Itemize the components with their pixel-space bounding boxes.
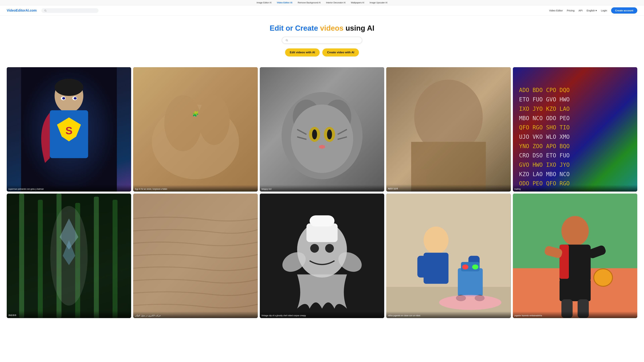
topbar-link-remove-bg[interactable]: Remove Background AI (298, 1, 321, 4)
svg-rect-58 (310, 215, 334, 227)
hero-search-input[interactable] (290, 39, 358, 42)
svg-point-13 (74, 97, 77, 99)
video-editor-nav-link[interactable]: Video Editor (549, 9, 563, 12)
edit-videos-button[interactable]: Edit videos with AI (285, 48, 320, 56)
svg-point-16 (198, 95, 230, 145)
svg-point-62 (325, 244, 334, 253)
nav-search-input[interactable] (48, 9, 96, 12)
video-label: superman peleando con goku y batman (7, 185, 131, 192)
svg-point-23 (312, 129, 317, 139)
hero-search-wrap (282, 37, 362, 44)
svg-rect-69 (458, 268, 483, 296)
hero-buttons: Edit videos with AI Create video with AI (3, 48, 641, 56)
svg-point-2 (286, 39, 288, 41)
svg-point-71 (462, 265, 468, 270)
video-card[interactable]: jogador fazendo embaixadinha (513, 194, 637, 318)
video-label: 梅西打篮球 (386, 184, 511, 192)
svg-text:CRO DSO ETO FUO: CRO DSO ETO FUO (519, 152, 570, 159)
svg-text:ADO BDO CPO DQO: ADO BDO CPO DQO (519, 87, 570, 93)
video-card[interactable]: 神経画布 (7, 194, 131, 318)
svg-point-72 (472, 265, 478, 270)
nav-links: Video Editor Pricing API English ▾ Login… (549, 7, 637, 13)
svg-rect-50 (112, 200, 118, 318)
svg-point-6 (55, 79, 83, 96)
video-card[interactable]: Vintage clip of a ghostly chef rotted co… (260, 194, 384, 318)
chevron-down-icon: ▾ (596, 9, 597, 12)
video-card[interactable]: 🧩 Egy ló fut az utcán, kutyával a hátán (133, 67, 258, 192)
svg-rect-31 (411, 142, 486, 192)
svg-text:MBO NCO ODO PEO: MBO NCO ODO PEO (519, 115, 570, 121)
svg-line-3 (287, 41, 288, 41)
video-label: Egy ló fut az utcán, kutyával a hátán (133, 185, 258, 192)
rubik-icon: 🧩 (192, 111, 199, 117)
api-nav-link[interactable]: API (578, 9, 582, 12)
site-logo[interactable]: VideoEditorAI.com (7, 8, 37, 12)
video-label: latający kot (260, 185, 384, 192)
topbar-link-upscaler[interactable]: Image Upscaler AI (370, 1, 388, 4)
svg-point-61 (310, 244, 319, 253)
create-account-button[interactable]: Create account (611, 7, 637, 13)
video-card[interactable]: ADO BDO CPO DQO ETO FUO GVO HWO IXO JYO … (513, 67, 637, 192)
video-card[interactable]: S superman peleando con goku y batman (7, 67, 131, 192)
video-label: niños jugando en clase con un robot (386, 311, 511, 318)
svg-rect-67 (418, 256, 429, 278)
svg-text:IXO JYO KZO LAO: IXO JYO KZO LAO (519, 106, 570, 112)
svg-text:GVO HWO IXO JYO: GVO HWO IXO JYO (519, 162, 570, 168)
language-label: English (587, 9, 595, 12)
create-video-button[interactable]: Create video with AI (322, 48, 359, 56)
svg-text:KZO LAO MBO NCO: KZO LAO MBO NCO (519, 171, 570, 177)
svg-point-12 (62, 97, 65, 99)
svg-point-78 (561, 216, 589, 246)
nav-search-wrap (42, 8, 98, 13)
svg-rect-81 (560, 279, 591, 301)
topbar-link-video-editor[interactable]: Video Editor AI (277, 1, 292, 4)
svg-rect-45 (19, 194, 24, 318)
language-selector[interactable]: English ▾ (587, 9, 597, 12)
hero-search-icon (286, 39, 288, 41)
svg-point-20 (291, 105, 353, 173)
topbar-link-interior[interactable]: Interior Decorator AI (326, 1, 346, 4)
svg-text:S: S (66, 125, 72, 136)
hero-section: Edit or Create videos using AI Edit vide… (0, 16, 644, 67)
svg-text:ETO FUO GVO HWO: ETO FUO GVO HWO (519, 96, 570, 103)
login-link[interactable]: Login (601, 9, 607, 12)
svg-text:UJO VKO WLO XMO: UJO VKO WLO XMO (519, 134, 570, 140)
svg-point-25 (319, 145, 325, 149)
svg-point-24 (327, 129, 332, 139)
video-card[interactable]: حرکت الکترون در مثول کثوآتی (133, 194, 258, 318)
topbar-link-image-editor[interactable]: Image Editor AI (256, 1, 272, 4)
topbar-link-wallpapers[interactable]: Wallpapers AI (351, 1, 364, 4)
video-card[interactable]: 梅西打篮球 (386, 67, 511, 192)
video-grid: S superman peleando con goku y batman 🧩 … (0, 67, 644, 325)
svg-point-65 (424, 227, 448, 254)
hero-title-videos: videos (320, 24, 344, 32)
video-label: 神経画布 (7, 311, 131, 318)
svg-rect-49 (94, 197, 99, 318)
hero-title-edit: Edit or Create (270, 24, 318, 32)
hero-title: Edit or Create videos using AI (3, 24, 641, 33)
video-label: Vintage clip of a ghostly chef rotted co… (260, 311, 384, 318)
video-label: حرکت الکترون در مثول کثوآتی (133, 311, 258, 318)
main-nav: VideoEditorAI.com Video Editor Pricing A… (0, 5, 644, 16)
nav-search-icon (44, 9, 46, 12)
video-card[interactable]: niños jugando en clase con un robot (386, 194, 511, 318)
video-card[interactable]: latający kot (260, 67, 384, 192)
svg-rect-46 (38, 200, 43, 318)
svg-point-15 (164, 95, 202, 151)
hero-title-using-ai: using AI (346, 24, 374, 32)
pricing-nav-link[interactable]: Pricing (567, 9, 574, 12)
svg-line-1 (46, 11, 46, 11)
video-label: trading (513, 185, 637, 192)
svg-point-0 (44, 10, 46, 11)
svg-point-75 (439, 295, 502, 310)
top-bar: Image Editor AI Video Editor AI Remove B… (0, 0, 644, 5)
svg-text:YNO ZOO APO BQO: YNO ZOO APO BQO (519, 143, 570, 149)
video-label: jogador fazendo embaixadinha (513, 311, 637, 318)
svg-text:QFO RGO SHO TIO: QFO RGO SHO TIO (519, 124, 570, 131)
